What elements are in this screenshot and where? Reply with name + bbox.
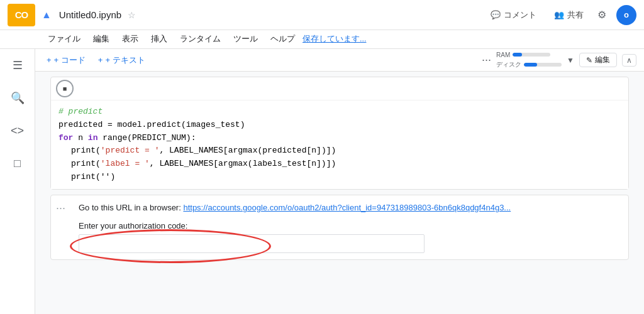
comment-icon: 💬 <box>491 10 501 19</box>
sidebar-search-icon[interactable]: 🔍 <box>6 87 29 109</box>
chevron-up-icon: ∧ <box>626 56 632 65</box>
user-avatar[interactable]: o <box>616 5 636 25</box>
code-line-print1: print('predict = ', LABEL_NAMES[argmax(p… <box>58 144 621 158</box>
auth-label: Enter your authorization code: <box>79 221 618 230</box>
code-line-comment: # predict <box>58 106 621 119</box>
ram-bar-bg <box>513 53 550 57</box>
print1-start: print( <box>71 146 101 155</box>
stop-button[interactable]: ■ <box>56 80 74 97</box>
collapse-button[interactable]: ∧ <box>622 54 636 67</box>
comment-button[interactable]: 💬 コメント <box>487 7 540 23</box>
ram-row: RAM <box>496 51 562 58</box>
output-url-row: Go to this URL in a browser: https://acc… <box>79 202 618 215</box>
share-button[interactable]: 👥 共有 <box>550 7 587 23</box>
ram-bar-fill <box>513 53 522 57</box>
code-line-print3: print('') <box>58 171 621 184</box>
main-layout: ☰ 🔍 <> □ + + コード + + テキスト ··· RAM <box>0 49 644 314</box>
ram-disk-section: ··· RAM ディスク ▼ <box>482 51 574 69</box>
saving-status: 保存しています... <box>303 34 366 45</box>
star-icon[interactable]: ☆ <box>128 10 136 20</box>
menu-edit[interactable]: 編集 <box>88 33 114 46</box>
print1-str: 'predict = ' <box>101 146 160 155</box>
code-cell-toolbar: ■ <box>51 77 628 100</box>
edit-label: 編集 <box>595 55 610 65</box>
notebook-content: ■ # predict predicted = model.predict(im… <box>35 72 644 314</box>
comment-label: コメント <box>504 9 536 21</box>
cell-toolbar: + + コード + + テキスト ··· RAM ディスク <box>35 49 644 72</box>
print1-rest: , LABEL_NAMES[argmax(predicted[n])]) <box>159 146 336 155</box>
resource-dots[interactable]: ··· <box>482 53 491 67</box>
in-keyword: in <box>88 133 98 143</box>
print2-str: 'label = ' <box>101 159 150 168</box>
n-var: n <box>78 133 88 143</box>
output-dots[interactable]: ··· <box>56 202 65 215</box>
ram-disk-bars: RAM ディスク <box>496 51 562 69</box>
settings-icon[interactable]: ⚙ <box>597 9 606 21</box>
dropdown-icon[interactable]: ▼ <box>567 56 574 65</box>
menu-bar: ファイル 編集 表示 挿入 ランタイム ツール ヘルプ 保存しています... <box>0 30 644 49</box>
output-cell: ··· Go to this URL in a browser: https:/… <box>50 195 629 260</box>
left-sidebar: ☰ 🔍 <> □ <box>0 49 35 314</box>
menu-tools[interactable]: ツール <box>228 33 263 46</box>
comment-text: # predict <box>58 107 103 116</box>
ram-label: RAM <box>496 51 510 58</box>
share-label: 共有 <box>567 9 584 21</box>
add-text-label: + テキスト <box>105 55 145 66</box>
print2-rest: , LABEL_NAMES[argmax(labels_test[n])]) <box>150 159 336 168</box>
auth-url-link[interactable]: https://accounts.google.com/o/oauth2/aut… <box>183 203 511 212</box>
menu-view[interactable]: 表示 <box>117 33 143 46</box>
add-code-button[interactable]: + + コード <box>43 53 89 67</box>
sidebar-files-icon[interactable]: □ <box>6 152 29 175</box>
print2-start: print( <box>71 159 101 168</box>
print3-text: print('') <box>71 172 115 181</box>
code-line-1: predicted = model.predict(images_test) <box>58 119 621 132</box>
colab-logo[interactable]: CO <box>8 4 35 26</box>
code-line-1-text: predicted = model.predict(images_test) <box>58 120 245 129</box>
sidebar-menu-icon[interactable]: ☰ <box>6 54 29 77</box>
disk-label: ディスク <box>496 60 521 69</box>
edit-pencil-icon: ✎ <box>586 56 592 65</box>
disk-bar-bg <box>524 63 562 67</box>
add-code-icon: + <box>47 55 52 65</box>
url-prefix: Go to this URL in a browser: <box>79 203 183 212</box>
range-call: range(PREDICT_NUM): <box>103 133 196 143</box>
sidebar-code-icon[interactable]: <> <box>6 119 29 142</box>
menu-insert[interactable]: 挿入 <box>146 33 172 46</box>
add-text-icon: + <box>98 55 103 65</box>
top-bar: CO ▲ Untitled0.ipynb ☆ 💬 コメント 👥 共有 ⚙ o <box>0 0 644 30</box>
code-cell: ■ # predict predicted = model.predict(im… <box>50 77 629 190</box>
auth-row: Enter your authorization code: <box>79 221 618 253</box>
auth-code-input[interactable] <box>79 234 425 253</box>
edit-button[interactable]: ✎ 編集 <box>579 53 617 67</box>
notebook-title: Untitled0.ipynb <box>59 9 121 20</box>
add-code-label: + コード <box>54 55 86 66</box>
drive-icon: ▲ <box>42 9 52 21</box>
output-content: Go to this URL in a browser: https://acc… <box>79 202 618 253</box>
auth-input-wrapper <box>79 234 618 253</box>
code-editor[interactable]: # predict predicted = model.predict(imag… <box>51 100 628 189</box>
disk-bar-fill <box>524 63 537 67</box>
menu-file[interactable]: ファイル <box>43 33 86 46</box>
menu-help[interactable]: ヘルプ <box>265 33 300 46</box>
code-line-print2: print('label = ', LABEL_NAMES[argmax(lab… <box>58 158 621 171</box>
menu-runtime[interactable]: ランタイム <box>175 33 226 46</box>
share-icon: 👥 <box>554 10 564 19</box>
add-text-button[interactable]: + + テキスト <box>94 53 149 67</box>
for-keyword: for <box>58 133 73 143</box>
code-line-for: for n in range(PREDICT_NUM): <box>58 132 621 145</box>
disk-row: ディスク <box>496 60 562 69</box>
top-bar-right: 💬 コメント 👥 共有 ⚙ o <box>487 5 636 25</box>
